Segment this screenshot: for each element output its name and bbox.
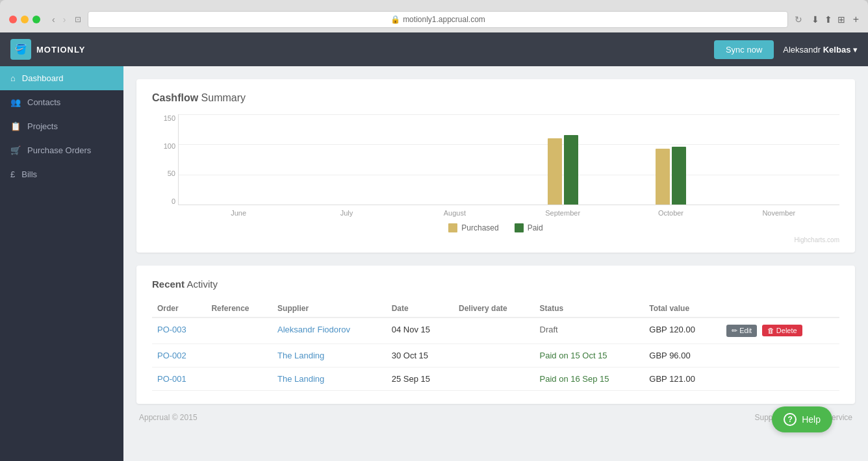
bar-group-october bbox=[617, 147, 725, 205]
top-nav: 🪣 MOTIONLY Sync now Aleksandr Kelbas ▾ bbox=[0, 32, 868, 66]
col-reference: Reference bbox=[206, 300, 272, 318]
x-label-july: July bbox=[292, 209, 400, 217]
new-tab-icon[interactable]: ⊞ bbox=[837, 14, 845, 25]
ref-po002 bbox=[206, 344, 272, 368]
bar-group-september bbox=[509, 135, 617, 205]
supplier-po003[interactable]: Aleksandr Fiodorov bbox=[272, 318, 387, 344]
app-window: 🪣 MOTIONLY Sync now Aleksandr Kelbas ▾ ⌂… bbox=[0, 32, 868, 461]
x-label-september: September bbox=[509, 209, 617, 217]
footer-copyright: Appcrual © 2015 bbox=[139, 413, 198, 422]
bar-sep-purchased bbox=[548, 138, 562, 205]
cashflow-card: Cashflow Summary 150 100 50 0 bbox=[136, 79, 855, 253]
table-row: PO-001 The Landing 25 Sep 15 Paid on 16 … bbox=[152, 368, 839, 391]
y-label-100: 100 bbox=[164, 142, 175, 150]
delivery-po003 bbox=[453, 318, 535, 344]
x-axis: June July August September October Novem… bbox=[178, 209, 839, 217]
x-label-october: October bbox=[617, 209, 724, 217]
forward-button[interactable]: › bbox=[60, 13, 69, 26]
minimize-light[interactable] bbox=[21, 16, 29, 23]
sidebar-item-bills[interactable]: £ Bills bbox=[0, 162, 123, 186]
chart-wrapper: 150 100 50 0 bbox=[152, 114, 839, 217]
col-date: Date bbox=[387, 300, 453, 318]
cashflow-title-summary: Summary bbox=[201, 92, 246, 103]
date-po003: 04 Nov 15 bbox=[387, 318, 453, 344]
supplier-po002[interactable]: The Landing bbox=[272, 344, 387, 368]
top-nav-right: Sync now Aleksandr Kelbas ▾ bbox=[714, 40, 858, 59]
bar-oct-paid bbox=[672, 147, 686, 205]
supplier-po001[interactable]: The Landing bbox=[272, 368, 387, 391]
refresh-button[interactable]: ↻ bbox=[795, 14, 802, 25]
y-label-50: 50 bbox=[168, 169, 175, 177]
y-label-150: 150 bbox=[164, 114, 175, 122]
sidebar-item-dashboard[interactable]: ⌂ Dashboard bbox=[0, 66, 123, 90]
help-button-container: ? Help bbox=[772, 406, 832, 432]
delete-button-po003[interactable]: 🗑 Delete bbox=[762, 325, 802, 336]
sidebar-item-purchase-orders[interactable]: 🛒 Purchase Orders bbox=[0, 138, 123, 162]
bar-oct-purchased bbox=[656, 149, 670, 205]
address-bar[interactable]: 🔒 motionly1.appcrual.com bbox=[88, 11, 787, 28]
col-order: Order bbox=[152, 300, 206, 318]
bills-icon: £ bbox=[10, 169, 15, 179]
sync-button[interactable]: Sync now bbox=[714, 40, 774, 59]
status-po002: Paid on 15 Oct 15 bbox=[535, 344, 645, 368]
contacts-label: Contacts bbox=[27, 97, 60, 107]
purchase-orders-label: Purchase Orders bbox=[27, 145, 91, 155]
x-label-june: June bbox=[185, 209, 292, 217]
reader-view-button[interactable]: ⊡ bbox=[75, 15, 81, 24]
col-total: Total value bbox=[644, 300, 721, 318]
share-icon[interactable]: ⬆ bbox=[824, 14, 832, 25]
close-light[interactable] bbox=[9, 16, 17, 23]
footer: Appcrual © 2015 Support | Terms of Servi… bbox=[136, 404, 855, 431]
legend-paid: Paid bbox=[515, 223, 543, 232]
recent-title-regular: Activity bbox=[186, 279, 218, 290]
actions-po001 bbox=[721, 368, 839, 391]
legend-purchased: Purchased bbox=[448, 223, 498, 232]
highcharts-credit: Highcharts.com bbox=[152, 236, 839, 243]
help-button[interactable]: ? Help bbox=[772, 406, 832, 432]
legend-purchased-label: Purchased bbox=[461, 223, 498, 232]
order-po001[interactable]: PO-001 bbox=[152, 368, 206, 391]
main-content: Cashflow Summary 150 100 50 0 bbox=[123, 66, 868, 461]
order-po002[interactable]: PO-002 bbox=[152, 344, 206, 368]
cashflow-title: Cashflow Summary bbox=[152, 92, 839, 104]
user-last: Kelbas bbox=[823, 45, 851, 55]
total-po001: GBP 121.00 bbox=[644, 368, 721, 391]
status-po001: Paid on 16 Sep 15 bbox=[535, 368, 645, 391]
logo-icon: 🪣 bbox=[10, 39, 31, 60]
order-po003[interactable]: PO-003 bbox=[152, 318, 206, 344]
user-info: Aleksandr Kelbas ▾ bbox=[783, 45, 858, 55]
logo: 🪣 MOTIONLY bbox=[10, 39, 85, 60]
recent-title-bold: Recent bbox=[152, 279, 185, 290]
x-label-november: November bbox=[725, 209, 833, 217]
actions-po003: ✏ Edit 🗑 Delete bbox=[721, 318, 839, 344]
bills-label: Bills bbox=[21, 169, 37, 179]
col-delivery-date: Delivery date bbox=[453, 300, 535, 318]
recent-activity-card: Recent Activity Order Reference Supplier… bbox=[136, 266, 855, 404]
chart-area bbox=[178, 114, 839, 205]
legend-purchased-color bbox=[448, 223, 457, 232]
col-status: Status bbox=[535, 300, 645, 318]
add-tab-button[interactable]: + bbox=[853, 14, 859, 25]
col-supplier: Supplier bbox=[272, 300, 387, 318]
back-button[interactable]: ‹ bbox=[49, 13, 58, 26]
bars-container bbox=[179, 114, 839, 205]
sidebar-item-projects[interactable]: 📋 Projects bbox=[0, 114, 123, 138]
date-po002: 30 Oct 15 bbox=[387, 344, 453, 368]
sidebar: ⌂ Dashboard 👥 Contacts 📋 Projects 🛒 Purc… bbox=[0, 66, 123, 461]
download-icon[interactable]: ⬇ bbox=[811, 14, 819, 25]
total-po002: GBP 96.00 bbox=[644, 344, 721, 368]
user-first: Aleksandr bbox=[783, 45, 821, 55]
ref-po003 bbox=[206, 318, 272, 344]
activity-table: Order Reference Supplier Date Delivery d… bbox=[152, 300, 839, 391]
delivery-po001 bbox=[453, 368, 535, 391]
sidebar-item-contacts[interactable]: 👥 Contacts bbox=[0, 90, 123, 114]
actions-po002 bbox=[721, 344, 839, 368]
maximize-light[interactable] bbox=[32, 16, 40, 23]
total-po003: GBP 120.00 bbox=[644, 318, 721, 344]
edit-button-po003[interactable]: ✏ Edit bbox=[726, 325, 757, 337]
chart-legend: Purchased Paid bbox=[152, 223, 839, 232]
projects-label: Projects bbox=[27, 121, 58, 131]
col-actions bbox=[721, 300, 839, 318]
legend-paid-label: Paid bbox=[528, 223, 543, 232]
ref-po001 bbox=[206, 368, 272, 391]
